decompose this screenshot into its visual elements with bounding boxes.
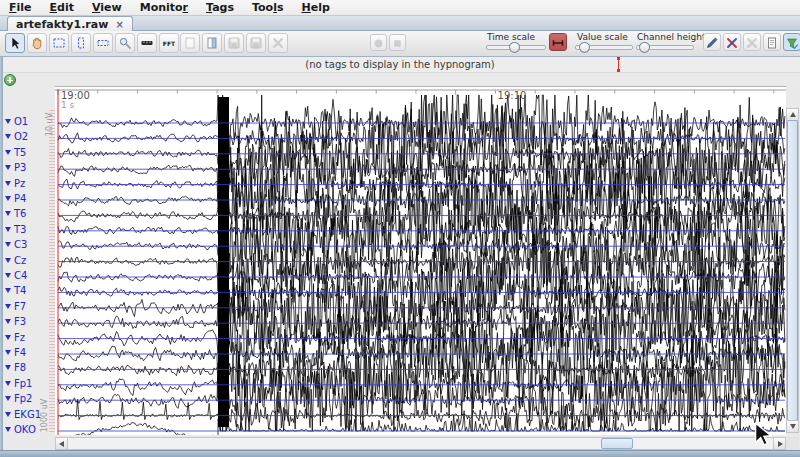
signal-plot-area[interactable]: 19:00 19:10 1 s — [55, 86, 786, 435]
channel-name: C4 — [14, 270, 27, 281]
channel-height-label: Channel height — [637, 32, 706, 42]
document-info-button[interactable] — [763, 33, 781, 51]
new-document-button[interactable] — [180, 33, 200, 53]
menu-view[interactable]: View — [83, 0, 131, 14]
channel-label-F8[interactable]: F8 — [5, 361, 53, 374]
channel-label-OKO[interactable]: OKO — [5, 423, 53, 436]
channel-label-T4[interactable]: T4 — [5, 284, 53, 297]
channel-label-T5[interactable]: T5 — [5, 146, 53, 159]
vertical-scrollbar[interactable] — [786, 108, 799, 433]
menu-file[interactable]: File — [0, 0, 41, 14]
channel-label-O1[interactable]: O1 — [5, 115, 53, 128]
select-row-icon — [96, 36, 110, 50]
channel-collapse-arrow-icon[interactable] — [5, 319, 11, 324]
channel-label-P3[interactable]: P3 — [5, 161, 53, 174]
channel-collapse-arrow-icon[interactable] — [5, 181, 11, 186]
channel-collapse-arrow-icon[interactable] — [5, 335, 11, 340]
channel-label-T6[interactable]: T6 — [5, 207, 53, 220]
close-document-button[interactable] — [268, 33, 288, 53]
pointer-icon — [8, 36, 22, 50]
save-document-as-button[interactable] — [246, 33, 266, 53]
tab-close-icon[interactable]: × — [115, 19, 123, 30]
channel-collapse-arrow-icon[interactable] — [5, 412, 11, 417]
remove-montage-button[interactable] — [743, 33, 761, 51]
channel-collapse-arrow-icon[interactable] — [5, 242, 11, 247]
channel-label-F3[interactable]: F3 — [5, 315, 53, 328]
channel-collapse-arrow-icon[interactable] — [5, 304, 11, 309]
select-region-tool-button[interactable] — [49, 33, 69, 53]
channel-collapse-arrow-icon[interactable] — [5, 365, 11, 370]
pointer-tool-button[interactable] — [5, 33, 25, 53]
magnifier-tool-button[interactable] — [115, 33, 135, 53]
channel-name: T6 — [14, 208, 26, 219]
fft-tool-button[interactable]: FFT — [159, 33, 179, 53]
channel-collapse-arrow-icon[interactable] — [5, 350, 11, 355]
time-scale-slider[interactable] — [486, 42, 544, 51]
channel-collapse-arrow-icon[interactable] — [5, 273, 11, 278]
scroll-left-arrow[interactable] — [56, 438, 68, 449]
channel-collapse-arrow-icon[interactable] — [5, 211, 11, 216]
scroll-down-arrow[interactable] — [787, 420, 798, 432]
channel-label-Pz[interactable]: Pz — [5, 177, 53, 190]
montage-tools-button[interactable] — [723, 33, 741, 51]
time-scale-slider-thumb[interactable] — [509, 42, 520, 53]
menu-help[interactable]: Help — [293, 0, 339, 14]
value-scale-slider[interactable] — [575, 42, 631, 51]
ruler-tool-button[interactable] — [137, 33, 157, 53]
hypnogram-position-marker[interactable] — [618, 58, 619, 71]
channel-label-F4[interactable]: F4 — [5, 346, 53, 359]
channel-label-Cz[interactable]: Cz — [5, 254, 53, 267]
channel-label-EKG1[interactable]: EKG1 — [5, 408, 53, 421]
channel-height-slider-thumb[interactable] — [639, 42, 650, 53]
page-icon — [183, 36, 197, 50]
select-row-tool-button[interactable] — [93, 33, 113, 53]
channel-collapse-arrow-icon[interactable] — [5, 288, 11, 293]
menu-tags[interactable]: Tags — [197, 0, 243, 14]
save-document-button[interactable] — [224, 33, 244, 53]
channel-label-Fp1[interactable]: Fp1 — [5, 377, 53, 390]
menu-bar: FileEditViewMonitorTagsToolsHelp — [0, 0, 800, 16]
edit-signal-parameters-button[interactable] — [703, 33, 721, 51]
channel-label-F7[interactable]: F7 — [5, 300, 53, 313]
channel-collapse-arrow-icon[interactable] — [5, 381, 11, 386]
channel-collapse-arrow-icon[interactable] — [5, 119, 11, 124]
channel-collapse-arrow-icon[interactable] — [5, 165, 11, 170]
channel-height-slider[interactable] — [636, 42, 692, 51]
channel-label-Fp2[interactable]: Fp2 — [5, 392, 53, 405]
hypnogram-panel[interactable]: (no tags to display in the hypnogram) — [0, 57, 800, 73]
channel-label-Fz[interactable]: Fz — [5, 331, 53, 344]
channel-label-P4[interactable]: P4 — [5, 192, 53, 205]
close-x-icon — [745, 36, 759, 50]
channel-label-O2[interactable]: O2 — [5, 130, 53, 143]
window-left-edge — [0, 57, 3, 457]
vertical-scrollbar-thumb[interactable] — [787, 120, 798, 421]
value-scale-slider-thumb[interactable] — [579, 42, 590, 53]
record-button[interactable] — [370, 34, 387, 51]
channel-collapse-arrow-icon[interactable] — [5, 227, 11, 232]
channel-collapse-arrow-icon[interactable] — [5, 150, 11, 155]
menu-tools[interactable]: Tools — [243, 0, 293, 14]
channel-collapse-arrow-icon[interactable] — [5, 258, 11, 263]
tab-artefakty1-raw[interactable]: artefakty1.raw× — [7, 16, 133, 31]
select-column-tool-button[interactable] — [71, 33, 91, 53]
channel-collapse-arrow-icon[interactable] — [5, 427, 11, 432]
channel-label-T3[interactable]: T3 — [5, 223, 53, 236]
menu-monitor[interactable]: Monitor — [131, 0, 197, 14]
channel-collapse-arrow-icon[interactable] — [5, 396, 11, 401]
scrollbar-corner — [786, 437, 799, 450]
snap-to-page-toggle[interactable] — [549, 33, 567, 51]
channel-label-C3[interactable]: C3 — [5, 238, 53, 251]
cross-tools-icon — [725, 36, 739, 50]
horizontal-scrollbar-thumb[interactable] — [601, 438, 633, 449]
filters-button[interactable] — [783, 33, 800, 51]
menu-edit[interactable]: Edit — [41, 0, 83, 14]
channel-label-C4[interactable]: C4 — [5, 269, 53, 282]
hand-tool-button[interactable] — [27, 33, 47, 53]
horizontal-scrollbar[interactable] — [55, 437, 786, 450]
channel-collapse-arrow-icon[interactable] — [5, 196, 11, 201]
channel-collapse-arrow-icon[interactable] — [5, 134, 11, 139]
add-tag-button[interactable] — [4, 74, 16, 86]
signal-traces — [55, 87, 786, 435]
document-preferences-button[interactable] — [202, 33, 222, 53]
stop-button[interactable] — [389, 34, 406, 51]
